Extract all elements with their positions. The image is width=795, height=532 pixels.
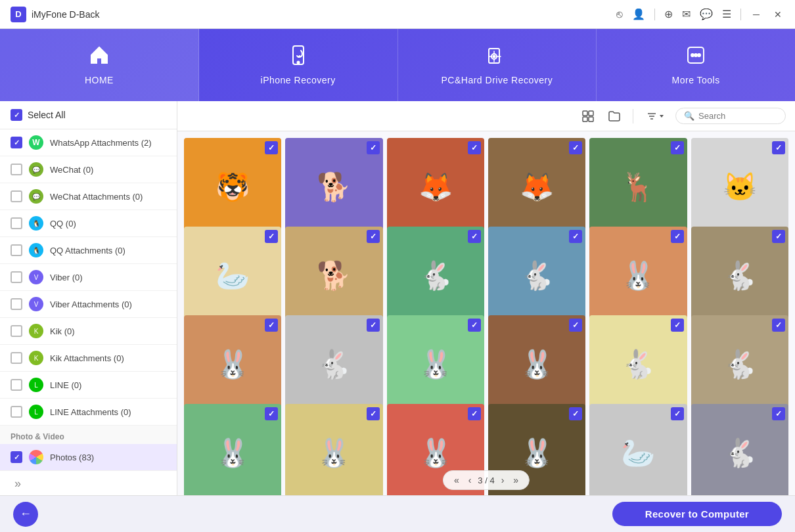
sidebar-item-viber[interactable]: V Viber (0) [0,264,177,291]
minimize-button[interactable]: ─ [750,8,762,21]
photo-check-badge[interactable]: ✓ [772,230,785,243]
photo-cell[interactable]: 🐕✓ [285,227,382,324]
photo-check-badge[interactable]: ✓ [367,319,380,332]
nav-iphone-recovery[interactable]: iPhone Recovery [199,29,398,101]
photo-cell[interactable]: 🐇✓ [285,315,382,412]
photo-check-badge[interactable]: ✓ [367,407,380,420]
photo-check-badge[interactable]: ✓ [772,141,785,154]
line-attachments-checkbox[interactable] [11,406,22,418]
first-page-button[interactable]: « [451,474,462,487]
photo-cell[interactable]: 🐯✓ [184,138,281,235]
sidebar-item-photos[interactable]: Photos (83) [0,444,177,471]
sidebar-item-line[interactable]: L LINE (0) [0,372,177,399]
photo-check-badge[interactable]: ✓ [265,319,278,332]
photo-cell[interactable]: 🐇✓ [387,227,484,324]
photo-check-badge[interactable]: ✓ [569,407,582,420]
photo-check-badge[interactable]: ✓ [772,319,785,332]
qq-attachments-checkbox[interactable] [11,244,22,256]
photo-cell[interactable]: 🦊✓ [488,138,585,235]
photos-label: Photos (83) [50,453,94,462]
wechat-attachments-checkbox[interactable] [11,190,22,202]
photo-cell[interactable]: 🐰✓ [488,315,585,412]
prev-page-button[interactable]: ‹ [466,474,474,487]
menu-icon[interactable]: ☰ [722,8,731,20]
viber-checkbox[interactable] [11,271,22,283]
next-page-button[interactable]: › [499,474,507,487]
photo-cell[interactable]: 🐕✓ [285,138,382,235]
filter-button[interactable] [641,108,670,124]
sidebar-item-kik[interactable]: K Kik (0) [0,318,177,345]
photo-check-badge[interactable]: ✓ [569,230,582,243]
photo-check-badge[interactable]: ✓ [367,141,380,154]
sidebar-item-viber-attachments[interactable]: V Viber Attachments (0) [0,291,177,318]
last-page-button[interactable]: » [511,474,521,487]
photo-cell[interactable]: 🐰✓ [285,404,382,495]
folder-view-button[interactable] [604,106,625,127]
photo-check-badge[interactable]: ✓ [468,319,481,332]
nav-pc-recovery[interactable]: PC&Hard Drive Recovery [398,29,597,101]
location-icon[interactable]: ⊕ [664,8,673,20]
photo-cell[interactable]: 🐇✓ [691,315,788,412]
chat-icon[interactable]: 💬 [700,8,713,20]
kik-attachments-checkbox[interactable] [11,352,22,364]
nav-home[interactable]: HOME [0,29,199,101]
photo-cell[interactable]: 🐱✓ [691,138,788,235]
select-all-checkbox[interactable] [11,109,22,121]
photo-cell[interactable]: 🐇✓ [589,315,687,412]
photo-cell[interactable]: 🐰✓ [184,404,281,495]
photo-check-badge[interactable]: ✓ [569,141,582,154]
photo-check-badge[interactable]: ✓ [265,141,278,154]
search-box[interactable]: 🔍 [675,108,786,124]
sidebar-item-qq[interactable]: 🐧 QQ (0) [0,210,177,237]
photo-check-badge[interactable]: ✓ [671,230,684,243]
mail-icon[interactable]: ✉ [682,8,691,20]
photo-cell[interactable]: 🐇✓ [691,227,788,324]
back-button[interactable]: ← [13,502,38,527]
photo-cell[interactable]: 🐇✓ [691,404,788,495]
kik-checkbox[interactable] [11,325,22,337]
photo-check-badge[interactable]: ✓ [265,230,278,243]
app-title: iMyFone D-Back [32,9,99,20]
line-checkbox[interactable] [11,379,22,391]
user-icon[interactable]: 👤 [632,8,645,20]
grid-view-button[interactable] [578,106,599,127]
photo-cell[interactable]: 🦢✓ [589,404,687,495]
qq-checkbox[interactable] [11,217,22,229]
photo-check-badge[interactable]: ✓ [671,407,684,420]
photo-cell[interactable]: 🐰✓ [184,315,281,412]
photo-check-badge[interactable]: ✓ [468,230,481,243]
sidebar-more-indicator[interactable]: » [0,471,177,495]
sidebar-item-whatsapp-attachments[interactable]: W WhatsApp Attachments (2) [0,129,177,156]
photo-cell[interactable]: 🦊✓ [387,138,484,235]
sidebar-item-wechat[interactable]: 💬 WeChat (0) [0,156,177,183]
photos-checkbox[interactable] [11,451,22,463]
photo-cell[interactable]: 🦌✓ [589,138,687,235]
viber-attachments-checkbox[interactable] [11,298,22,310]
photo-cell[interactable]: 🦢✓ [184,227,281,324]
photo-check-badge[interactable]: ✓ [671,319,684,332]
photo-check-badge[interactable]: ✓ [265,407,278,420]
select-all-label[interactable]: Select All [28,110,66,120]
photo-cell[interactable]: 🐇✓ [488,227,585,324]
wechat-checkbox[interactable] [11,164,22,175]
photo-check-badge[interactable]: ✓ [772,407,785,420]
photo-check-badge[interactable]: ✓ [569,319,582,332]
photo-check-badge[interactable]: ✓ [468,407,481,420]
sidebar-item-wechat-attachments[interactable]: 💬 WeChat Attachments (0) [0,183,177,210]
photo-check-badge[interactable]: ✓ [671,141,684,154]
photo-check-badge[interactable]: ✓ [468,141,481,154]
sidebar-item-qq-attachments[interactable]: 🐧 QQ Attachments (0) [0,237,177,264]
photo-video-section-header: Photo & Video [0,426,177,444]
nav-more-tools[interactable]: More Tools [597,29,795,101]
select-all-row[interactable]: Select All [0,101,177,129]
share-icon[interactable]: ⎋ [616,9,623,20]
photo-cell[interactable]: 🐰✓ [589,227,687,324]
photo-check-badge[interactable]: ✓ [367,230,380,243]
photo-cell[interactable]: 🐰✓ [387,315,484,412]
close-button[interactable]: ✕ [771,8,784,21]
sidebar-item-line-attachments[interactable]: L LINE Attachments (0) [0,399,177,426]
whatsapp-attachments-checkbox[interactable] [11,137,22,148]
recover-button[interactable]: Recover to Computer [612,502,782,526]
sidebar-item-kik-attachments[interactable]: K Kik Attachments (0) [0,345,177,372]
search-input[interactable] [698,111,777,121]
